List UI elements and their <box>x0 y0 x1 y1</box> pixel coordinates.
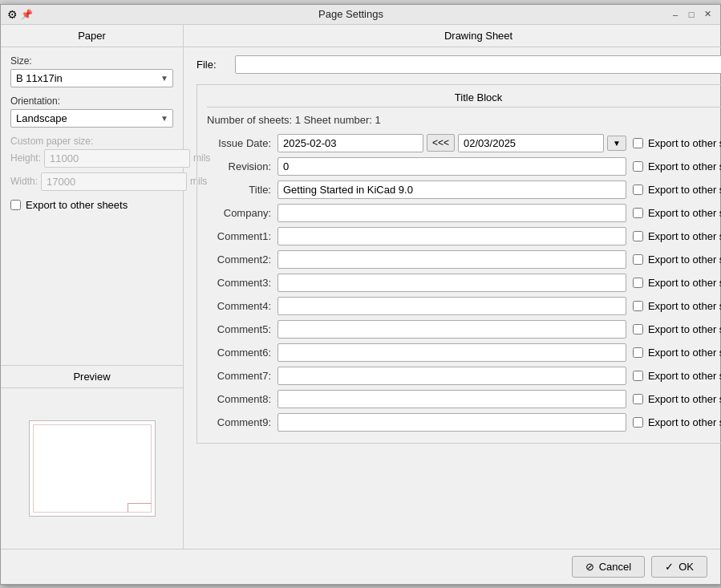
preview-section: Preview <box>1 365 183 549</box>
comment9-input[interactable] <box>277 413 626 432</box>
comment8-input[interactable] <box>277 390 626 408</box>
comment8-export-checkbox: Export to other sheets <box>633 393 721 405</box>
issue-date-export-check[interactable] <box>633 138 643 148</box>
issue-date-input[interactable] <box>277 134 423 152</box>
comment3-export-checkbox: Export to other sheets <box>633 277 721 289</box>
company-row: Company: Export to other sheets <box>207 204 721 222</box>
comment4-label: Comment4: <box>207 300 271 312</box>
titlebar: ⚙ 📌 Page Settings – □ ✕ <box>1 5 720 25</box>
title-row: Title: Export to other sheets <box>207 180 721 199</box>
comment3-input[interactable] <box>277 274 626 292</box>
comment7-export-checkbox: Export to other sheets <box>633 370 721 382</box>
close-button[interactable]: ✕ <box>701 8 714 21</box>
comment2-export-checkbox: Export to other sheets <box>633 253 721 266</box>
comment3-label: Comment3: <box>207 277 271 289</box>
cancel-button[interactable]: ⊘ Cancel <box>572 556 645 578</box>
comment7-row: Comment7: Export to other sheets <box>207 367 721 385</box>
revision-export-check[interactable] <box>633 161 643 172</box>
title-export-checkbox: Export to other sheets <box>633 184 721 196</box>
custom-size-group: Custom paper size: Height: mils Width: m… <box>10 136 173 191</box>
issue-date-today-button[interactable]: <<< <box>427 134 455 152</box>
comment1-export-check[interactable] <box>633 231 643 241</box>
file-row: File: 📁 <box>196 55 721 75</box>
company-label: Company: <box>207 207 271 219</box>
file-input[interactable] <box>235 55 721 74</box>
comment4-export-label[interactable]: Export to other sheets <box>648 300 721 312</box>
size-select[interactable]: B 11x17in <box>10 69 173 87</box>
revision-input[interactable] <box>277 157 626 176</box>
issue-date-label: Issue Date: <box>207 137 271 149</box>
comment6-label: Comment6: <box>207 347 271 359</box>
paper-header: Paper <box>1 25 183 47</box>
window-controls: – □ ✕ <box>669 8 714 21</box>
comment1-row: Comment1: Export to other sheets <box>207 227 721 245</box>
comment9-export-check[interactable] <box>633 417 643 428</box>
comment3-export-label[interactable]: Export to other sheets <box>648 277 721 289</box>
app-icon: ⚙ <box>7 8 18 21</box>
ok-icon: ✓ <box>665 561 674 573</box>
comment7-input[interactable] <box>277 367 626 385</box>
export-checkbox-row: Export to other sheets <box>10 199 173 211</box>
comment1-input[interactable] <box>277 227 626 245</box>
comment7-export-check[interactable] <box>633 371 643 381</box>
comment5-export-label[interactable]: Export to other sheets <box>648 323 721 335</box>
comment7-export-label[interactable]: Export to other sheets <box>648 370 721 382</box>
comment4-input[interactable] <box>277 297 626 315</box>
company-export-label[interactable]: Export to other sheets <box>648 207 721 219</box>
comment1-export-label[interactable]: Export to other sheets <box>648 230 721 242</box>
comment9-row: Comment9: Export to other sheets <box>207 413 721 432</box>
comment8-export-check[interactable] <box>633 394 643 404</box>
title-export-label[interactable]: Export to other sheets <box>648 184 721 196</box>
comment3-row: Comment3: Export to other sheets <box>207 274 721 292</box>
maximize-button[interactable]: □ <box>685 8 698 21</box>
revision-export-label[interactable]: Export to other sheets <box>648 160 721 172</box>
page-settings-dialog: ⚙ 📌 Page Settings – □ ✕ Paper Size: B 11… <box>0 4 721 585</box>
comment5-row: Comment5: Export to other sheets <box>207 320 721 339</box>
comment4-export-checkbox: Export to other sheets <box>633 300 721 312</box>
orientation-select[interactable]: Landscape <box>10 109 173 128</box>
right-panel: Drawing Sheet File: 📁 Title Block Number… <box>184 25 721 549</box>
cancel-label: Cancel <box>599 561 631 573</box>
size-group: Size: B 11x17in ▼ <box>10 55 173 87</box>
pin-icon: 📌 <box>21 9 33 20</box>
title-label: Title: <box>207 184 271 196</box>
comment1-label: Comment1: <box>207 230 271 242</box>
titlebar-left-icons: ⚙ 📌 <box>7 8 33 21</box>
preview-header: Preview <box>1 366 183 388</box>
comment1-export-checkbox: Export to other sheets <box>633 230 721 242</box>
company-input[interactable] <box>277 204 626 222</box>
size-select-wrapper: B 11x17in ▼ <box>10 69 173 87</box>
ok-button[interactable]: ✓ OK <box>651 556 707 578</box>
comment4-export-check[interactable] <box>633 301 643 311</box>
comment2-input[interactable] <box>277 250 626 269</box>
comment9-export-checkbox: Export to other sheets <box>633 416 721 428</box>
export-checkbox[interactable] <box>10 200 21 210</box>
comment5-export-check[interactable] <box>633 324 643 335</box>
dialog-title: Page Settings <box>33 8 669 20</box>
comment2-export-check[interactable] <box>633 254 643 265</box>
width-label: Width: <box>10 176 38 187</box>
comment6-input[interactable] <box>277 343 626 362</box>
revision-row: Revision: Export to other sheets <box>207 157 721 176</box>
comment9-export-label[interactable]: Export to other sheets <box>648 416 721 428</box>
title-input[interactable] <box>277 180 626 199</box>
date-dropdown-button[interactable]: ▼ <box>607 136 626 151</box>
preview-inner-border <box>33 424 152 513</box>
comment5-export-checkbox: Export to other sheets <box>633 323 721 335</box>
comment5-input[interactable] <box>277 320 626 339</box>
comment9-label: Comment9: <box>207 416 271 428</box>
minimize-button[interactable]: – <box>669 8 682 21</box>
title-export-check[interactable] <box>633 185 643 195</box>
title-block-section: Title Block Number of sheets: 1 Sheet nu… <box>196 84 721 444</box>
comment3-export-check[interactable] <box>633 278 643 288</box>
issue-date-export-label[interactable]: Export to other sheets <box>648 137 721 149</box>
comment2-row: Comment2: Export to other sheets <box>207 250 721 269</box>
date-group: <<< ▼ <box>277 134 626 152</box>
company-export-check[interactable] <box>633 208 643 218</box>
comment2-export-label[interactable]: Export to other sheets <box>648 253 721 266</box>
comment6-export-label[interactable]: Export to other sheets <box>648 347 721 359</box>
date-picker-input[interactable] <box>458 134 604 152</box>
export-label[interactable]: Export to other sheets <box>26 199 128 211</box>
comment6-export-check[interactable] <box>633 347 643 358</box>
comment8-export-label[interactable]: Export to other sheets <box>648 393 721 405</box>
